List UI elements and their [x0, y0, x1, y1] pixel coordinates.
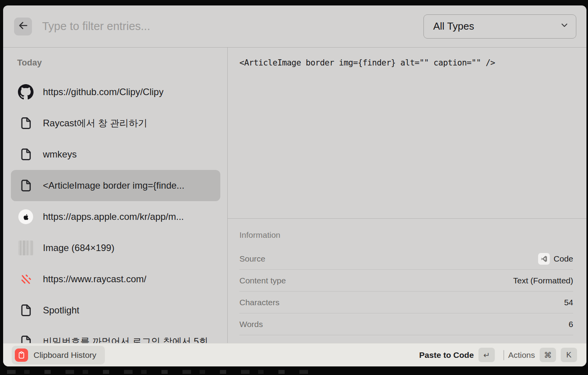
- type-filter-value: All Types: [433, 20, 474, 32]
- info-row: Source Code: [239, 248, 573, 270]
- return-key-badge: ↵: [478, 348, 495, 362]
- info-row-value-text: 6: [569, 320, 573, 329]
- list-item[interactable]: https://www.raycast.com/: [11, 264, 220, 295]
- list-item-label: Image (684×199): [43, 242, 114, 253]
- apple-icon: [18, 209, 34, 225]
- app-chip: Clipboard History: [12, 346, 105, 364]
- list-item[interactable]: https://github.com/Clipy/Clipy: [11, 76, 220, 108]
- background-app-strip: [7, 370, 311, 374]
- info-row-value-text: Code: [554, 254, 573, 264]
- clipboard-list-pane: Today https://github.com/Clipy/Clipy Ray…: [3, 48, 227, 343]
- actions-shortcut-keys: ⌘K: [535, 348, 577, 362]
- actions-button[interactable]: Actions: [508, 350, 535, 360]
- back-arrow-icon: [18, 20, 28, 32]
- list-item-label: 비밀번호를 까먹어서 로그인 창에서 5회...: [43, 335, 216, 343]
- info-row: Characters 54: [239, 292, 573, 313]
- command-key-badge: ⌘: [540, 348, 556, 362]
- clipboard-list: https://github.com/Clipy/Clipy Raycast에서…: [3, 76, 227, 343]
- back-button[interactable]: [14, 18, 32, 35]
- image-thumbnail-icon: [18, 240, 34, 256]
- file-icon: [18, 178, 34, 193]
- clipboard-history-icon: [15, 348, 28, 362]
- info-row-label: Source: [239, 254, 266, 264]
- list-item[interactable]: <ArticleImage border img={finde...: [11, 170, 220, 201]
- list-item-label: https://apps.apple.com/kr/app/m...: [43, 211, 184, 222]
- footer-divider: [503, 350, 504, 360]
- info-row: Copied Today at 01:00:04: [239, 335, 573, 343]
- chevron-down-icon: [560, 20, 569, 32]
- type-filter-dropdown[interactable]: All Types: [423, 14, 576, 39]
- action-bar: Clipboard History Paste to Code ↵ Action…: [3, 343, 586, 366]
- list-item[interactable]: Image (684×199): [11, 232, 220, 264]
- list-item[interactable]: wmkeys: [11, 139, 220, 170]
- list-item-label: Raycast에서 창 관리하기: [43, 117, 147, 129]
- list-item[interactable]: 비밀번호를 까먹어서 로그인 창에서 5회...: [11, 326, 220, 343]
- info-row-label: Characters: [239, 298, 280, 307]
- info-row-value-text: 54: [564, 298, 573, 307]
- information-title: Information: [239, 219, 573, 248]
- search-input[interactable]: [42, 20, 423, 33]
- file-icon: [18, 302, 34, 318]
- info-row: Words 6: [239, 313, 573, 335]
- vscode-icon: [538, 253, 550, 265]
- section-label: Today: [17, 58, 42, 68]
- raycast-icon: [18, 271, 34, 287]
- list-item-label: Spotlight: [43, 305, 79, 316]
- list-item-label: https://www.raycast.com/: [43, 274, 146, 285]
- content-area: Today https://github.com/Clipy/Clipy Ray…: [3, 48, 586, 343]
- info-row-label: Words: [239, 320, 263, 329]
- detail-pane: <ArticleImage border img={finder} alt=""…: [228, 48, 586, 343]
- footer-actions: Paste to Code ↵ Actions ⌘K: [419, 348, 577, 362]
- file-icon: [18, 115, 34, 131]
- list-item[interactable]: https://apps.apple.com/kr/app/m...: [11, 201, 220, 232]
- list-item-label: <ArticleImage border img={finde...: [43, 180, 184, 191]
- k-key-badge: K: [561, 348, 577, 362]
- info-row-value: 54: [564, 298, 573, 307]
- file-icon: [18, 334, 34, 343]
- desktop-background: All Types Today https://github.com/Clipy…: [0, 0, 588, 375]
- list-item-label: wmkeys: [43, 149, 77, 160]
- information-rows: Source Code Content type Text (Formatted…: [239, 248, 573, 343]
- list-item[interactable]: Raycast에서 창 관리하기: [11, 108, 220, 139]
- info-row-value-text: Text (Formatted): [513, 276, 573, 285]
- file-icon: [18, 147, 34, 162]
- list-item[interactable]: Spotlight: [11, 295, 220, 326]
- info-row: Content type Text (Formatted): [239, 270, 573, 292]
- list-item-label: https://github.com/Clipy/Clipy: [43, 87, 163, 97]
- info-row-value: Text (Formatted): [513, 276, 573, 285]
- info-row-label: Content type: [239, 276, 286, 285]
- information-section: Information Source Code Content type Tex…: [228, 218, 586, 343]
- raycast-clipboard-window: All Types Today https://github.com/Clipy…: [3, 5, 586, 366]
- header: All Types: [3, 5, 586, 48]
- info-row-value: 6: [569, 320, 573, 329]
- github-icon: [18, 84, 34, 100]
- clipboard-content-preview: <ArticleImage border img={finder} alt=""…: [228, 48, 586, 78]
- app-name-label: Clipboard History: [34, 350, 96, 360]
- info-row-value: Code: [538, 253, 573, 265]
- paste-to-code-button[interactable]: Paste to Code: [419, 350, 474, 360]
